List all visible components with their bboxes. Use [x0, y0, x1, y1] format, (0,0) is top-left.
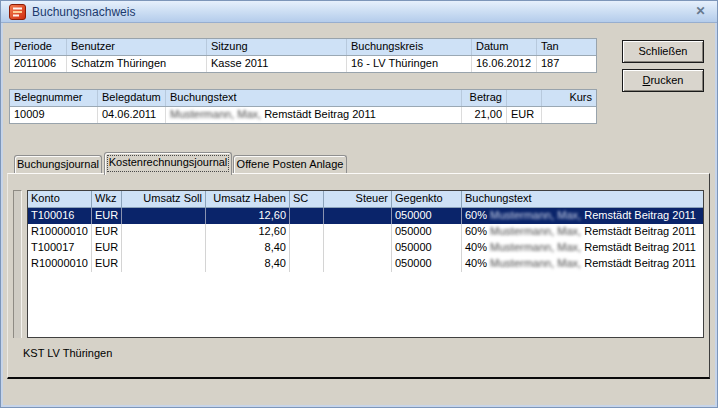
- close-icon[interactable]: ✕: [692, 3, 709, 20]
- app-icon: [9, 4, 26, 20]
- cell-wkz: EUR: [92, 256, 122, 272]
- value-tan: 187: [537, 56, 596, 72]
- grid-row-1[interactable]: T100016 EUR 12,60 050000 60% Mustermann,…: [28, 208, 703, 224]
- value-waehrung: EUR: [507, 107, 542, 123]
- col-header-steuer[interactable]: Steuer: [324, 191, 392, 208]
- tab-label: Offene Posten Anlage: [237, 158, 344, 170]
- tab-label: Buchungsjournal: [17, 158, 99, 170]
- grid-left-gutter: [13, 190, 22, 338]
- value-datum: 16.06.2012: [472, 56, 537, 72]
- cell-gegenkto: 050000: [392, 240, 462, 256]
- label-betrag: Betrag: [462, 90, 507, 106]
- grid-row-4[interactable]: R10000010 EUR 8,40 050000 40% Mustermann…: [28, 256, 703, 272]
- cell-steuer: [324, 208, 392, 224]
- buchungstext-clear: Remstädt Beitrag 2011: [261, 108, 376, 120]
- tab-offene-posten-anlage[interactable]: Offene Posten Anlage: [233, 155, 347, 173]
- redacted-name: Mustermann, Max,: [490, 257, 581, 269]
- label-belegnummer: Belegnummer: [10, 90, 98, 106]
- col-header-konto[interactable]: Konto: [28, 191, 92, 208]
- text-prefix: 60%: [465, 225, 490, 237]
- grid-row-2[interactable]: R10000010 EUR 12,60 050000 60% Musterman…: [28, 224, 703, 240]
- value-benutzer: Schatzm Thüringen: [67, 56, 207, 72]
- tab-kostenrechnungsjournal[interactable]: Kostenrechnungsjournal: [104, 152, 232, 175]
- cell-gegenkto: 050000: [392, 208, 462, 224]
- col-header-buchungstext[interactable]: Buchungstext: [462, 191, 703, 208]
- cell-buchungstext: 60% Mustermann, Max, Remstädt Beitrag 20…: [462, 224, 703, 240]
- print-button[interactable]: Drucken: [622, 69, 704, 92]
- col-header-gegenkto[interactable]: Gegenkto: [392, 191, 462, 208]
- label-belegdatum: Belegdatum: [98, 90, 166, 106]
- cell-sc: [290, 208, 324, 224]
- label-periode: Periode: [10, 39, 67, 55]
- cell-umsatz-haben: 8,40: [206, 240, 290, 256]
- cell-buchungstext: 60% Mustermann, Max, Remstädt Beitrag 20…: [462, 208, 703, 224]
- col-header-wkz[interactable]: Wkz: [92, 191, 122, 208]
- cell-umsatz-soll: [122, 208, 206, 224]
- cell-umsatz-soll: [122, 224, 206, 240]
- info-band-headers: Periode Benutzer Sitzung Buchungskreis D…: [10, 39, 596, 56]
- text-suffix: Remstädt Beitrag 2011: [581, 241, 696, 253]
- cell-konto: T100017: [28, 240, 92, 256]
- text-suffix: Remstädt Beitrag 2011: [581, 225, 696, 237]
- label-buchungstext: Buchungstext: [166, 90, 462, 106]
- col-header-umsatz-soll[interactable]: Umsatz Soll: [122, 191, 206, 208]
- kostenrechnung-grid: Konto Wkz Umsatz Soll Umsatz Haben SC St…: [27, 190, 704, 338]
- redacted-name: Mustermann, Max,: [170, 108, 261, 120]
- value-periode: 2011006: [10, 56, 67, 72]
- cell-umsatz-soll: [122, 256, 206, 272]
- redacted-name: Mustermann, Max,: [490, 225, 581, 237]
- buchungsnachweis-window: Buchungsnachweis ✕ Periode Benutzer Sitz…: [0, 0, 718, 408]
- cell-steuer: [324, 256, 392, 272]
- close-button-label: Schließen: [639, 45, 688, 57]
- beleg-band: Belegnummer Belegdatum Buchungstext Betr…: [9, 89, 597, 124]
- label-waehrung: [507, 90, 542, 106]
- cell-sc: [290, 256, 324, 272]
- tab-buchungsjournal[interactable]: Buchungsjournal: [14, 155, 102, 173]
- cell-sc: [290, 240, 324, 256]
- window-title: Buchungsnachweis: [32, 5, 135, 19]
- cell-wkz: EUR: [92, 224, 122, 240]
- cell-umsatz-soll: [122, 240, 206, 256]
- cell-sc: [290, 224, 324, 240]
- cell-buchungstext: 40% Mustermann, Max, Remstädt Beitrag 20…: [462, 256, 703, 272]
- print-button-label: rucken: [650, 74, 683, 86]
- cell-wkz: EUR: [92, 208, 122, 224]
- text-suffix: Remstädt Beitrag 2011: [581, 209, 696, 221]
- label-tan: Tan: [537, 39, 596, 55]
- grid-header-row: Konto Wkz Umsatz Soll Umsatz Haben SC St…: [28, 191, 703, 208]
- close-button[interactable]: Schließen: [622, 40, 704, 63]
- status-text: KST LV Thüringen: [23, 347, 112, 359]
- cell-umsatz-haben: 8,40: [206, 256, 290, 272]
- value-buchungskreis: 16 - LV Thüringen: [347, 56, 472, 72]
- value-belegdatum: 04.06.2011: [98, 107, 166, 123]
- col-header-sc[interactable]: SC: [290, 191, 324, 208]
- label-sitzung: Sitzung: [207, 39, 347, 55]
- info-band-values: 2011006 Schatzm Thüringen Kasse 2011 16 …: [10, 56, 596, 72]
- grid-row-3[interactable]: T100017 EUR 8,40 050000 40% Mustermann, …: [28, 240, 703, 256]
- cell-konto: R10000010: [28, 224, 92, 240]
- cell-umsatz-haben: 12,60: [206, 224, 290, 240]
- cell-konto: R10000010: [28, 256, 92, 272]
- titlebar[interactable]: Buchungsnachweis ✕: [1, 1, 717, 23]
- label-buchungskreis: Buchungskreis: [347, 39, 472, 55]
- text-prefix: 40%: [465, 257, 490, 269]
- cell-buchungstext: 40% Mustermann, Max, Remstädt Beitrag 20…: [462, 240, 703, 256]
- value-belegnummer: 10009: [10, 107, 98, 123]
- beleg-band-values: 10009 04.06.2011 Mustermann, Max, Remstä…: [10, 107, 596, 123]
- value-kurs: [542, 107, 596, 123]
- redacted-name: Mustermann, Max,: [490, 241, 581, 253]
- cell-steuer: [324, 224, 392, 240]
- label-benutzer: Benutzer: [67, 39, 207, 55]
- cell-umsatz-haben: 12,60: [206, 208, 290, 224]
- text-prefix: 40%: [465, 241, 490, 253]
- cell-konto: T100016: [28, 208, 92, 224]
- cell-wkz: EUR: [92, 240, 122, 256]
- beleg-band-headers: Belegnummer Belegdatum Buchungstext Betr…: [10, 90, 596, 107]
- col-header-umsatz-haben[interactable]: Umsatz Haben: [206, 191, 290, 208]
- text-suffix: Remstädt Beitrag 2011: [581, 257, 696, 269]
- cell-steuer: [324, 240, 392, 256]
- redacted-name: Mustermann, Max,: [490, 209, 581, 221]
- label-datum: Datum: [472, 39, 537, 55]
- cell-gegenkto: 050000: [392, 256, 462, 272]
- tab-label: Kostenrechnungsjournal: [109, 156, 228, 168]
